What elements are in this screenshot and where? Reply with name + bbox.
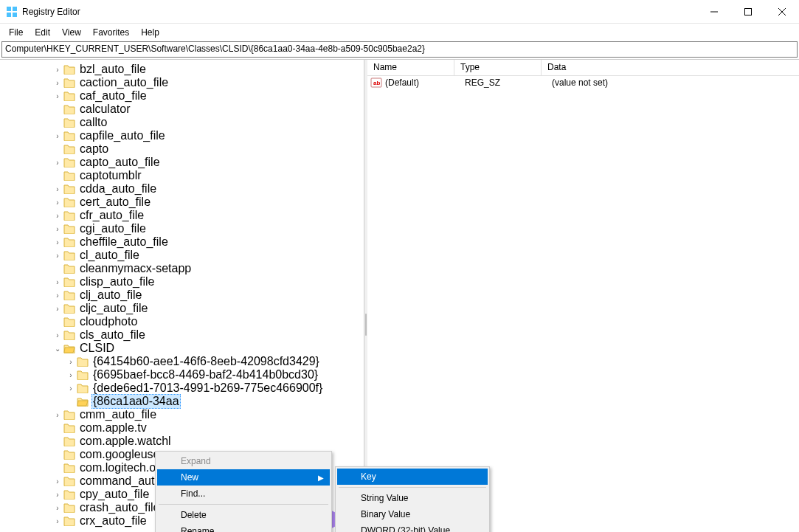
value-name: (Default) [385,77,465,88]
tree-item[interactable]: com.apple.watchl [0,435,364,448]
tree-item-label: com.apple.watchl [78,435,173,448]
maximize-button[interactable] [731,0,765,24]
tree-item[interactable]: ›{dede6ed1-7013-4991-b269-775ec466900f} [0,381,364,395]
chevron-right-icon[interactable]: › [53,132,62,140]
chevron-right-icon[interactable]: › [66,384,75,393]
chevron-right-icon[interactable]: › [53,212,62,220]
tree-item[interactable]: ›caf_auto_file [0,89,364,103]
tree-item[interactable]: ⌄CLSID [0,342,364,355]
cm-expand[interactable]: Expand [157,453,330,469]
tree-item-label: cmm_auto_file [78,408,158,421]
tree-item[interactable]: ›cheffile_auto_file [0,235,364,249]
tree-item[interactable]: callto [0,116,364,129]
chevron-right-icon[interactable]: › [53,517,62,525]
chevron-right-icon[interactable]: › [53,66,62,74]
menu-help[interactable]: Help [135,26,165,39]
string-value-icon: ab [370,77,382,89]
tree-item-label: capto_auto_file [78,156,162,169]
chevron-right-icon[interactable]: › [66,371,75,379]
tree-item-label: cdda_auto_file [78,182,158,196]
cm-find[interactable]: Find... [157,486,330,502]
chevron-right-icon[interactable]: › [53,504,62,512]
cm-new-key[interactable]: Key [337,469,488,485]
chevron-right-icon[interactable]: › [53,291,62,300]
chevron-right-icon[interactable]: › [53,159,62,167]
chevron-right-icon[interactable]: › [53,252,62,260]
cm-delete[interactable]: Delete [157,507,330,523]
chevron-right-icon[interactable]: › [53,185,62,193]
tree-item[interactable]: calculator [0,103,364,116]
tree-item[interactable]: capto [0,142,364,156]
chevron-right-icon[interactable]: › [53,331,62,339]
main-area: ›bzl_auto_file›caction_auto_file›caf_aut… [0,59,799,532]
tree-item[interactable]: ›{64154b60-aee1-46f6-8eeb-42098cfd3429} [0,355,364,368]
cm-new-string[interactable]: String Value [337,490,488,506]
tree-item-label: clj_auto_file [78,289,144,302]
tree-item-label: cljc_auto_file [78,302,150,315]
tree-item[interactable]: ›cljc_auto_file [0,302,364,315]
tree-item[interactable]: ›cgi_auto_file [0,222,364,235]
tree-item[interactable]: ›caction_auto_file [0,76,364,89]
tree-item[interactable]: cleanmymacx-setapp [0,262,364,275]
tree-item-label: com.apple.tv [78,421,148,435]
tree-item-label: cls_auto_file [78,328,147,342]
tree-item[interactable]: ›clj_auto_file [0,289,364,302]
svg-rect-2 [7,13,11,17]
tree-item-label: cgi_auto_file [78,222,148,235]
col-header-type[interactable]: Type [454,60,542,75]
tree-item-label: cloudphoto [78,315,139,328]
tree-item[interactable]: ›capto_auto_file [0,156,364,169]
cm-rename[interactable]: Rename [157,523,330,532]
tree-item[interactable]: ›cmm_auto_file [0,408,364,421]
cm-new-binary[interactable]: Binary Value [337,506,488,522]
close-button[interactable] [765,0,799,24]
chevron-right-icon[interactable]: › [53,411,62,419]
minimize-button[interactable] [697,0,731,24]
chevron-right-icon[interactable]: › [53,225,62,233]
tree-item[interactable]: ›cls_auto_file [0,328,364,342]
col-header-data[interactable]: Data [542,60,799,75]
tree-item-label: cert_auto_file [78,196,152,209]
tree-item[interactable]: ›cert_auto_file [0,196,364,209]
tree-item-label: caf_auto_file [78,89,148,103]
tree-item[interactable]: ›clisp_auto_file [0,275,364,289]
chevron-right-icon[interactable]: › [53,92,62,100]
splitter[interactable] [364,60,367,532]
value-row[interactable]: ab (Default) REG_SZ (value not set) [367,76,799,89]
tree-item-label: {64154b60-aee1-46f6-8eeb-42098cfd3429} [91,355,321,368]
menu-edit[interactable]: Edit [29,26,56,39]
tree-item[interactable]: ›bzl_auto_file [0,63,364,76]
chevron-right-icon[interactable]: › [53,278,62,286]
tree-item[interactable]: ›{6695baef-bcc8-4469-baf2-4b414b0bcd30} [0,368,364,381]
chevron-right-icon[interactable]: › [53,79,62,87]
tree-item[interactable]: ›capfile_auto_file [0,129,364,142]
chevron-down-icon[interactable]: ⌄ [53,345,62,353]
chevron-right-icon[interactable]: › [53,305,62,313]
tree-item[interactable]: com.apple.tv [0,421,364,435]
tree-item-label: calculator [78,103,131,116]
address-bar[interactable]: Computer\HKEY_CURRENT_USER\Software\Clas… [1,41,798,58]
chevron-right-icon[interactable]: › [53,491,62,499]
cm-new-dword[interactable]: DWORD (32-bit) Value [337,522,488,532]
tree-item[interactable]: captotumblr [0,169,364,182]
tree-item[interactable]: cloudphoto [0,315,364,328]
menu-file[interactable]: File [3,26,29,39]
tree-item[interactable]: {86ca1aa0-34aa [0,395,364,408]
values-pane[interactable]: Name Type Data ab (Default) REG_SZ (valu… [367,60,799,532]
col-header-name[interactable]: Name [367,60,454,75]
cm-new-label: New [181,472,198,483]
tree-item-label: cl_auto_file [78,249,141,262]
tree-item[interactable]: ›cl_auto_file [0,249,364,262]
chevron-right-icon[interactable]: › [53,477,62,486]
tree-item[interactable]: ›cdda_auto_file [0,182,364,196]
menu-favorites[interactable]: Favorites [87,26,135,39]
value-type: REG_SZ [465,77,552,88]
cm-new[interactable]: New▶ [157,469,330,486]
cm-separator [339,487,486,488]
tree-item-label: crx_auto_file [78,514,148,528]
menu-view[interactable]: View [56,26,87,39]
tree-item[interactable]: ›cfr_auto_file [0,209,364,222]
chevron-right-icon[interactable]: › [53,238,62,246]
chevron-right-icon[interactable]: › [66,358,75,366]
chevron-right-icon[interactable]: › [53,198,62,207]
